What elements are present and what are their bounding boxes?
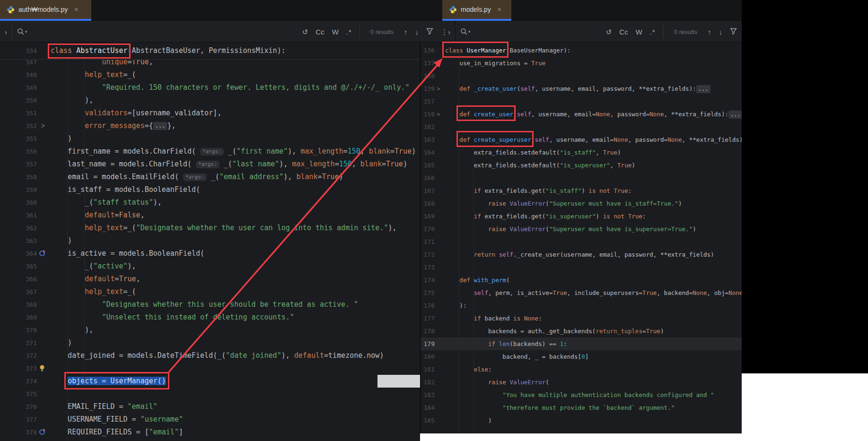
line-number[interactable]: 373 [0,362,37,375]
line-number[interactable]: 175 [421,286,435,299]
code-line-176[interactable]: 176 ): [421,299,742,312]
line-number[interactable]: 362 [0,222,37,234]
override-gutter[interactable] [37,247,49,260]
code-lines[interactable]: 136class UserManager(BaseUserManager):13… [421,44,742,427]
line-number[interactable]: 375 [0,388,37,400]
fold-arrow-icon[interactable]: > [437,85,440,92]
override-icon[interactable] [39,250,46,257]
line-number[interactable]: 183 [421,389,435,401]
code-line-138[interactable]: 138 [421,69,742,82]
line-number[interactable]: 352 [0,120,37,132]
code-line-164[interactable]: 164 extra_fields.setdefault("is_staff", … [421,146,742,159]
match-case-icon[interactable]: Cc [316,28,324,35]
line-number[interactable]: 364 [0,247,37,260]
line-number[interactable]: 139 [421,82,435,95]
search-history-icon[interactable]: ↺ [606,28,612,35]
code-line-362[interactable]: 362 help_text=_("Designates whether the … [0,222,420,234]
line-number[interactable]: 350 [0,94,37,107]
next-occurrence-icon[interactable]: ↓ [415,28,419,35]
line-number[interactable]: 355 [0,132,37,145]
code-line-184[interactable]: 184 "therefore must provide the `backend… [421,401,742,414]
regex-icon[interactable]: .* [650,28,656,35]
expand-chevron-icon[interactable]: › [5,28,7,35]
code-line-181[interactable]: 181 else: [421,363,742,376]
code-line-374[interactable]: 374 objects = UserManager() [0,375,420,388]
code-line-174[interactable]: 174 def with_perm( [421,274,742,286]
search-icon[interactable]: ▾ [17,28,27,35]
override-gutter[interactable] [37,426,49,439]
line-number[interactable]: 366 [0,273,37,285]
line-number[interactable]: 372 [0,349,37,362]
line-number[interactable]: 166 [421,172,435,184]
code-line-377[interactable]: 377 USERNAME_FIELD = "username" [0,413,420,426]
line-number[interactable]: 374 [0,375,37,388]
code-line-359[interactable]: 359 is_staff = models.BooleanField( [0,183,420,196]
previous-occurrence-icon[interactable]: ↑ [708,28,711,35]
line-number[interactable]: 179 [421,337,435,350]
filter-icon[interactable] [426,28,433,36]
previous-occurrence-icon[interactable]: ↑ [404,28,408,35]
line-number[interactable]: 348 [0,69,37,81]
code-line-180[interactable]: 180 backend, _ = backends[0] [421,350,742,363]
code-line-364[interactable]: 364 is_active = models.BooleanField( [0,247,420,260]
line-number[interactable]: 178 [421,325,435,337]
code-line-347[interactable]: 347 unique=True, [0,60,420,69]
line-number[interactable]: 356 [0,145,37,158]
fold-arrow-icon[interactable]: > [41,121,45,130]
line-number[interactable]: 172 [421,248,435,261]
line-number[interactable]: 376 [0,400,37,413]
code-line-363[interactable]: 363 ) [0,234,420,247]
line-number[interactable]: 368 [0,298,37,311]
code-line-169[interactable]: 169 if extra_fields.get("is_superuser") … [421,210,742,223]
code-line-370[interactable]: 370 ), [0,324,420,337]
code-lines[interactable]: 348 help_text=_(349 "Required. 150 chara… [0,69,420,439]
code-line-175[interactable]: 175 self, perm, is_active=True, include_… [421,286,742,299]
code-line-371[interactable]: 371 ) [0,337,420,349]
fold-ellipsis-chip[interactable]: ... [728,111,742,119]
code-line-378[interactable]: 378 REQUIRED_FIELDS = ["email"] [0,426,420,439]
line-number[interactable]: 176 [421,299,435,312]
code-line-369[interactable]: 369 "Unselect this instead of deleting a… [0,311,420,324]
code-line-352[interactable]: 352> error_messages={...}, [0,120,420,132]
tab-models-py[interactable]: models.py × [442,0,511,21]
line-number[interactable]: 162 [421,121,435,133]
line-number[interactable]: 357 [0,158,37,171]
code-line-171[interactable]: 171 [421,235,742,248]
line-number[interactable]: 369 [0,311,37,324]
editor-pane-auth-models[interactable]: 334class AbstractUser(AbstractBaseUser, … [0,43,420,441]
code-line-366[interactable]: 366 default=True, [0,273,420,285]
line-number[interactable]: 180 [421,350,435,363]
code-line-358[interactable]: 358 email = models.EmailField( *args: _(… [0,171,420,183]
code-line-349[interactable]: 349 "Required. 150 characters or fewer. … [0,81,420,94]
regex-icon[interactable]: .* [346,28,352,35]
code-line-376[interactable]: 376 EMAIL_FIELD = "email" [0,400,420,413]
line-number[interactable]: 171 [421,235,435,248]
code-line-182[interactable]: 182 raise ValueError( [421,376,742,389]
line-number[interactable]: 370 [0,324,37,337]
code-line-373[interactable]: 373 [0,362,420,375]
line-number[interactable]: 181 [421,363,435,376]
code-line-351[interactable]: 351 validators=[username_validator], [0,107,420,120]
code-line-170[interactable]: 170 raise ValueError("Superuser must hav… [421,223,742,235]
line-number[interactable]: 165 [421,159,435,172]
line-number[interactable]: 378 [0,426,37,439]
bulb-gutter[interactable] [37,362,49,375]
lightbulb-icon[interactable] [39,364,45,372]
more-options-icon[interactable]: ⋮› [441,28,450,35]
line-number[interactable]: 358 [0,171,37,183]
code-line-365[interactable]: 365 _("active"), [0,260,420,273]
line-number[interactable]: 351 [0,107,37,120]
code-line-139[interactable]: 139> def _create_user(self, username, em… [421,82,742,95]
code-line-350[interactable]: 350 ), [0,94,420,107]
code-line-185[interactable]: 185 ) [421,414,742,427]
code-line-355[interactable]: 355 ) [0,132,420,145]
fold-arrow-icon[interactable]: > [437,111,440,118]
line-number[interactable]: 365 [0,260,37,273]
whole-words-icon[interactable]: W [636,28,642,35]
line-number[interactable]: 167 [421,184,435,197]
code-line-167[interactable]: 167 if extra_fields.get("is_staff") is n… [421,184,742,197]
line-number[interactable]: 367 [0,285,37,298]
close-icon[interactable]: × [74,6,78,13]
line-number[interactable]: 371 [0,337,37,349]
line-number[interactable]: 173 [421,261,435,274]
